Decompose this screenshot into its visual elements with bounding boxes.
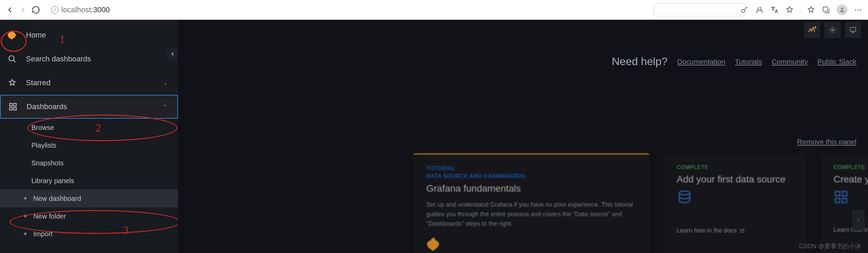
svg-point-2 bbox=[841, 8, 843, 10]
help-link-slack[interactable]: Public Slack bbox=[818, 58, 856, 66]
svg-point-4 bbox=[857, 9, 858, 10]
plus-icon: + bbox=[23, 195, 27, 203]
card-title: Create your first dashboard bbox=[834, 174, 868, 185]
help-title: Need help? bbox=[612, 55, 668, 68]
svg-rect-17 bbox=[842, 198, 847, 203]
help-row: Need help? Documentation Tutorials Commu… bbox=[612, 55, 856, 68]
card-body: Set up and understand Grafana if you hav… bbox=[426, 200, 636, 229]
onboarding-cards: TUTORIAL DATA SOURCE AND DASHBOARDS Graf… bbox=[413, 153, 868, 253]
favorite-icon[interactable] bbox=[785, 5, 794, 14]
card-title: Add your first data source bbox=[677, 174, 793, 185]
plus-icon: + bbox=[23, 230, 27, 238]
dashboards-label: Dashboards bbox=[27, 102, 67, 111]
monitor-button[interactable] bbox=[845, 22, 861, 38]
svg-rect-8 bbox=[14, 103, 16, 106]
url-text: localhost:3000 bbox=[61, 5, 110, 14]
home-label: Home bbox=[26, 31, 46, 40]
svg-rect-1 bbox=[823, 7, 827, 11]
sidebar-sub-new-dashboard[interactable]: +New dashboard bbox=[0, 190, 178, 207]
sidebar-sub-playlists[interactable]: Playlists bbox=[0, 136, 178, 154]
collapse-sidebar-button[interactable] bbox=[166, 48, 179, 60]
browser-toolbar bbox=[740, 4, 863, 15]
page-top-actions bbox=[804, 22, 861, 38]
sidebar-sub-import[interactable]: +Import bbox=[0, 225, 178, 243]
svg-point-13 bbox=[679, 191, 690, 195]
svg-rect-7 bbox=[10, 103, 12, 106]
sidebar-item-dashboards[interactable]: Dashboards ⌃ bbox=[0, 95, 178, 119]
sidebar-item-home[interactable]: Home bbox=[0, 23, 178, 47]
sidebar-sub-library[interactable]: Library panels bbox=[0, 172, 178, 190]
sidebar: Home Search dashboards Starred ⌄ Dashboa… bbox=[0, 20, 178, 253]
sidebar-item-search[interactable]: Search dashboards bbox=[0, 47, 178, 71]
card-eyebrow: TUTORIAL bbox=[426, 165, 636, 172]
sidebar-sub-new-folder[interactable]: +New folder bbox=[0, 207, 178, 225]
database-icon bbox=[677, 190, 793, 207]
learn-link[interactable]: Learn how in the docs bbox=[677, 227, 793, 234]
more-icon[interactable] bbox=[854, 5, 863, 14]
svg-point-11 bbox=[832, 29, 834, 31]
url-bar[interactable]: i localhost:3000 bbox=[48, 4, 737, 16]
svg-point-3 bbox=[855, 9, 856, 10]
main-content: Need help? Documentation Tutorials Commu… bbox=[178, 20, 868, 253]
svg-rect-9 bbox=[10, 107, 12, 110]
search-icon bbox=[7, 54, 18, 64]
help-link-tutorials[interactable]: Tutorials bbox=[735, 58, 762, 66]
info-icon[interactable]: i bbox=[51, 6, 59, 14]
settings-button[interactable] bbox=[824, 22, 841, 38]
svg-rect-16 bbox=[836, 198, 840, 203]
card-create-dashboard[interactable]: COMPLETE Create your first dashboard Lea… bbox=[821, 153, 868, 253]
back-icon[interactable] bbox=[5, 5, 14, 14]
svg-rect-12 bbox=[850, 28, 856, 31]
browser-nav bbox=[5, 5, 40, 14]
search-label: Search dashboards bbox=[26, 55, 91, 63]
card-eyebrow: COMPLETE bbox=[677, 164, 793, 170]
collections-icon[interactable] bbox=[822, 5, 830, 14]
svg-rect-15 bbox=[842, 192, 847, 196]
add-panel-button[interactable] bbox=[804, 22, 820, 38]
sidebar-item-starred[interactable]: Starred ⌄ bbox=[0, 71, 178, 95]
plus-icon: + bbox=[23, 212, 27, 220]
translate-icon[interactable] bbox=[770, 5, 779, 14]
sidebar-sub-snapshots[interactable]: Snapshots bbox=[0, 154, 178, 172]
star-icon bbox=[7, 77, 18, 88]
sidebar-sub-browse[interactable]: Browse bbox=[0, 119, 178, 136]
svg-rect-14 bbox=[836, 192, 840, 196]
help-link-community[interactable]: Community bbox=[771, 58, 808, 66]
forward-icon bbox=[18, 5, 27, 14]
apps-icon bbox=[834, 190, 868, 206]
scroll-right-button[interactable]: › bbox=[852, 210, 865, 230]
grafana-logo-icon bbox=[7, 30, 18, 41]
edge-search-hint bbox=[654, 3, 745, 16]
svg-point-6 bbox=[9, 56, 14, 61]
watermark: CSDN @爱看书的小沐 bbox=[799, 242, 861, 250]
profile-avatar[interactable] bbox=[837, 4, 848, 15]
refresh-icon[interactable] bbox=[31, 5, 40, 14]
chevron-down-icon: ⌄ bbox=[163, 80, 168, 86]
read-aloud-icon[interactable] bbox=[755, 5, 764, 14]
card-subtitle: DATA SOURCE AND DASHBOARDS bbox=[426, 173, 636, 180]
browser-chrome: i localhost:3000 bbox=[0, 0, 868, 20]
chevron-up-icon: ⌃ bbox=[163, 104, 167, 110]
grafana-icon bbox=[426, 237, 441, 252]
svg-rect-10 bbox=[14, 107, 16, 110]
card-title: Grafana fundamentals bbox=[426, 183, 636, 194]
card-eyebrow: COMPLETE bbox=[834, 164, 868, 170]
dashboards-icon bbox=[8, 101, 18, 112]
card-tutorial[interactable]: TUTORIAL DATA SOURCE AND DASHBOARDS Graf… bbox=[413, 153, 649, 253]
remove-panel-link[interactable]: Remove this panel bbox=[797, 138, 856, 146]
svg-point-5 bbox=[860, 9, 861, 10]
card-add-datasource[interactable]: COMPLETE Add your first data source Lear… bbox=[664, 153, 806, 253]
starred-label: Starred bbox=[26, 78, 50, 87]
favorites-star-icon[interactable] bbox=[807, 5, 815, 14]
help-link-documentation[interactable]: Documentation bbox=[677, 58, 725, 66]
